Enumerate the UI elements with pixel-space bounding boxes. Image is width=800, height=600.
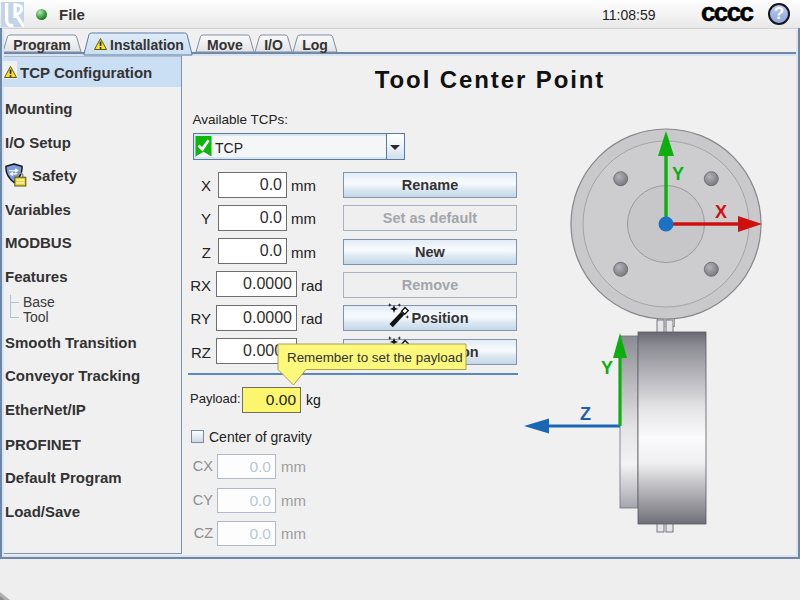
- svg-text:X: X: [715, 202, 727, 222]
- svg-text:Z: Z: [580, 404, 591, 424]
- svg-text:Y: Y: [672, 164, 684, 184]
- svg-text:Y: Y: [601, 358, 613, 378]
